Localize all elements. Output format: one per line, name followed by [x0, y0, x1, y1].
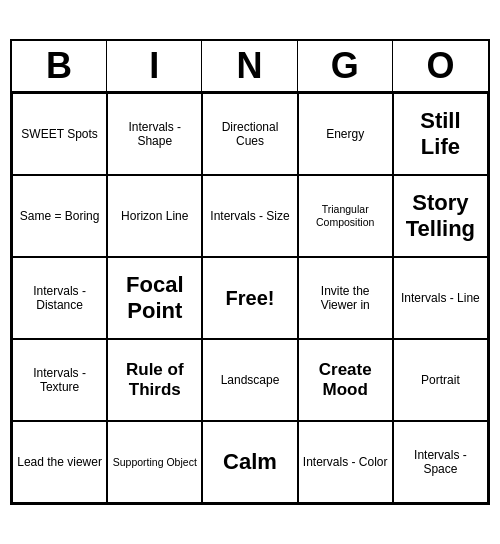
- bingo-cell-14: Intervals - Line: [393, 257, 488, 339]
- bingo-cell-4: Still Life: [393, 93, 488, 175]
- bingo-cell-9: Story Telling: [393, 175, 488, 257]
- bingo-cell-13: Invite the Viewer in: [298, 257, 393, 339]
- bingo-cell-17: Landscape: [202, 339, 297, 421]
- bingo-cell-24: Intervals - Space: [393, 421, 488, 503]
- bingo-cell-10: Intervals - Distance: [12, 257, 107, 339]
- bingo-cell-23: Intervals - Color: [298, 421, 393, 503]
- bingo-cell-11: Focal Point: [107, 257, 202, 339]
- bingo-cell-19: Portrait: [393, 339, 488, 421]
- header-letter-g: G: [298, 41, 393, 91]
- bingo-cell-5: Same = Boring: [12, 175, 107, 257]
- header-letter-i: I: [107, 41, 202, 91]
- bingo-cell-12: Free!: [202, 257, 297, 339]
- bingo-cell-22: Calm: [202, 421, 297, 503]
- bingo-cell-3: Energy: [298, 93, 393, 175]
- bingo-cell-8: Triangular Composition: [298, 175, 393, 257]
- bingo-grid: SWEET SpotsIntervals - ShapeDirectional …: [12, 93, 488, 503]
- bingo-header: BINGO: [12, 41, 488, 93]
- header-letter-n: N: [202, 41, 297, 91]
- bingo-cell-20: Lead the viewer: [12, 421, 107, 503]
- header-letter-b: B: [12, 41, 107, 91]
- bingo-cell-1: Intervals - Shape: [107, 93, 202, 175]
- bingo-cell-18: Create Mood: [298, 339, 393, 421]
- bingo-cell-7: Intervals - Size: [202, 175, 297, 257]
- bingo-cell-21: Supporting Object: [107, 421, 202, 503]
- bingo-cell-15: Intervals - Texture: [12, 339, 107, 421]
- bingo-cell-16: Rule of Thirds: [107, 339, 202, 421]
- header-letter-o: O: [393, 41, 488, 91]
- bingo-cell-0: SWEET Spots: [12, 93, 107, 175]
- bingo-cell-6: Horizon Line: [107, 175, 202, 257]
- bingo-card: BINGO SWEET SpotsIntervals - ShapeDirect…: [10, 39, 490, 505]
- bingo-cell-2: Directional Cues: [202, 93, 297, 175]
